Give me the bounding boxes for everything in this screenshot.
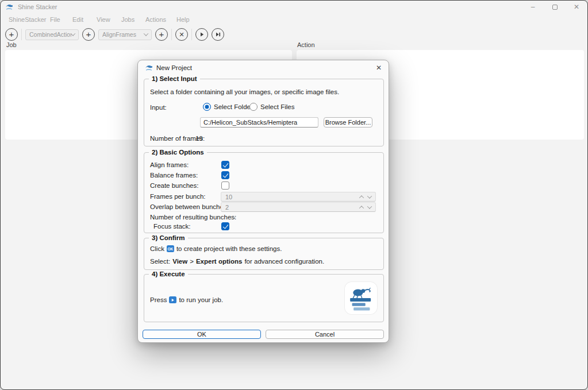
menu-bar: ShineStacker File Edit View Jobs Actions… xyxy=(1,14,587,26)
chevron-up-icon xyxy=(359,206,364,210)
cancel-button[interactable]: Cancel xyxy=(266,330,384,339)
menu-file[interactable]: File xyxy=(50,16,60,23)
close-button[interactable]: ✕ xyxy=(566,1,587,13)
window-title: Shine Stacker xyxy=(18,3,57,10)
toolbar-separator xyxy=(21,29,22,40)
chevron-down-icon xyxy=(144,31,148,36)
select-input-group: 1) Select Input Select a folder containi… xyxy=(144,79,384,146)
app-logo-icon xyxy=(5,3,13,11)
chevron-down-icon xyxy=(367,204,372,208)
shinestacker-logo xyxy=(345,282,377,314)
ok-button[interactable]: OK xyxy=(143,330,261,339)
spinner-arrows[interactable] xyxy=(360,206,371,209)
action-column-header: Action xyxy=(297,41,315,48)
number-of-frames-value: 19 xyxy=(195,135,203,142)
menu-view[interactable]: View xyxy=(97,16,110,23)
minimize-button[interactable]: – xyxy=(522,1,544,13)
create-bunches-label: Create bunches: xyxy=(150,182,198,189)
confirm-group: 3) Confirm Click OK to create project wi… xyxy=(144,238,384,270)
chevron-down-icon xyxy=(71,31,75,36)
job-preset-dropdown[interactable]: CombinedActions xyxy=(25,29,79,40)
plus-icon: + xyxy=(86,30,91,38)
run-all-jobs-button[interactable] xyxy=(212,28,224,41)
radio-unselected-icon xyxy=(249,103,258,111)
cross-icon: ✕ xyxy=(179,32,184,38)
balance-frames-label: Balance frames: xyxy=(150,172,198,179)
ok-badge-icon: OK xyxy=(167,245,174,252)
plus-icon: + xyxy=(9,30,14,38)
new-project-dialog: New Project ✕ 1) Select Input Select a f… xyxy=(137,60,389,343)
focus-stack-label: Focus stack: xyxy=(153,223,191,230)
select-input-description: Select a folder containing all your imag… xyxy=(150,88,339,95)
create-bunches-checkbox[interactable] xyxy=(221,182,229,190)
confirm-line-2: Select: View > Expert options for advanc… xyxy=(150,258,324,265)
execute-group: 4) Execute Press to run your job. xyxy=(144,274,384,322)
add-action-button[interactable]: + xyxy=(155,28,168,41)
radio-selected-icon xyxy=(203,103,211,111)
spinner-arrows[interactable] xyxy=(360,195,371,199)
menu-help[interactable]: Help xyxy=(176,16,190,23)
focus-stack-checkbox[interactable] xyxy=(221,222,229,230)
plus-icon: + xyxy=(159,30,164,38)
frames-per-bunch-spinner[interactable]: 10 xyxy=(221,192,376,202)
chevron-down-icon xyxy=(367,194,372,198)
run-all-icon xyxy=(215,32,221,37)
toolbar: + CombinedActions + AlignFrames + ✕ xyxy=(5,27,224,42)
select-folder-radio[interactable]: Select Folder xyxy=(203,103,253,111)
basic-options-group: 2) Basic Options Align frames: Balance f… xyxy=(144,152,384,233)
balance-frames-checkbox[interactable] xyxy=(221,171,229,179)
maximize-icon xyxy=(552,5,558,10)
app-logo-icon xyxy=(145,64,153,72)
execute-legend: 4) Execute xyxy=(149,271,188,277)
delete-button[interactable]: ✕ xyxy=(175,28,188,41)
app-window: Shine Stacker – ✕ ShineStacker File Edit… xyxy=(0,0,588,390)
align-frames-label: Align frames: xyxy=(150,161,189,168)
window-controls: – ✕ xyxy=(522,1,587,13)
confirm-line-1: Click OK to create project with these se… xyxy=(150,245,282,252)
menu-edit[interactable]: Edit xyxy=(72,16,83,23)
dialog-title-bar: New Project ✕ xyxy=(138,60,389,75)
overlap-between-bunches-spinner[interactable]: 2 xyxy=(221,202,376,212)
beetle-stack-icon xyxy=(347,284,375,312)
menu-shinestacker[interactable]: ShineStacker xyxy=(9,16,46,23)
input-path-field[interactable] xyxy=(200,117,318,128)
title-bar: Shine Stacker – ✕ xyxy=(1,1,587,13)
resulting-bunches-label: Number of resulting bunches: xyxy=(150,214,236,221)
frames-per-bunch-label: Frames per bunch: xyxy=(150,193,206,200)
menu-jobs[interactable]: Jobs xyxy=(121,16,134,23)
job-column-header: Job xyxy=(6,41,17,48)
basic-options-legend: 2) Basic Options xyxy=(149,149,207,156)
maximize-button[interactable] xyxy=(544,1,566,13)
align-frames-checkbox[interactable] xyxy=(221,161,229,169)
chevron-up-icon xyxy=(359,195,364,200)
play-icon xyxy=(199,32,205,37)
select-files-radio[interactable]: Select Files xyxy=(249,103,294,111)
dialog-close-button[interactable]: ✕ xyxy=(376,64,382,72)
resulting-bunches-value: - xyxy=(233,214,236,221)
input-label: Input: xyxy=(150,104,167,111)
browse-folder-button[interactable]: Browse Folder... xyxy=(324,117,372,128)
menu-actions[interactable]: Actions xyxy=(145,16,166,23)
play-badge-icon xyxy=(169,296,176,303)
toolbar-separator xyxy=(171,29,172,40)
run-job-button[interactable] xyxy=(195,28,208,41)
overlap-between-bunches-label: Overlap between bunches: xyxy=(150,203,229,210)
select-input-legend: 1) Select Input xyxy=(149,75,200,82)
dialog-title: New Project xyxy=(156,64,192,71)
add-job-button[interactable]: + xyxy=(5,28,18,41)
toolbar-separator xyxy=(191,29,192,40)
add-job-preset-button[interactable]: + xyxy=(82,28,95,41)
execute-line: Press to run your job. xyxy=(150,296,223,303)
confirm-legend: 3) Confirm xyxy=(149,234,188,241)
action-preset-dropdown[interactable]: AlignFrames xyxy=(98,29,152,40)
